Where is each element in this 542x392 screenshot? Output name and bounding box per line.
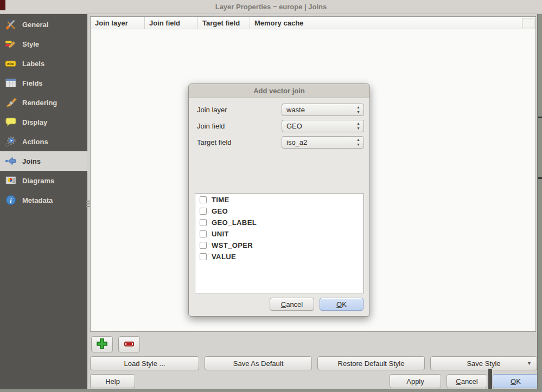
screen-corner-artifact xyxy=(0,0,5,10)
sidebar-item-diagrams[interactable]: Diagrams xyxy=(0,171,87,190)
sidebar-item-label: Actions xyxy=(22,138,48,146)
load-style-label: Load Style ... xyxy=(124,359,165,368)
field-label: GEO_LABEL xyxy=(212,219,257,227)
dialog-cancel-button[interactable]: Cancel xyxy=(270,298,314,311)
save-style-label: Save Style xyxy=(467,359,500,368)
svg-text:abc: abc xyxy=(7,61,14,66)
target-field-label: Target field xyxy=(197,136,232,149)
help-label: Help xyxy=(105,377,120,385)
sidebar-item-label: Metadata xyxy=(22,196,53,204)
save-style-button[interactable]: Save Style ▼ xyxy=(430,356,537,370)
column-header-target-field[interactable]: Target field xyxy=(198,17,250,29)
field-label: TIME xyxy=(212,196,229,204)
sidebar-item-rendering[interactable]: Rendering xyxy=(0,93,87,112)
list-item-unit[interactable]: UNIT xyxy=(195,228,364,240)
column-header-memory-cache[interactable]: Memory cache xyxy=(250,17,535,29)
apply-button[interactable]: Apply xyxy=(390,374,441,388)
list-item-wst-oper[interactable]: WST_OPER xyxy=(195,240,364,251)
add-join-button[interactable] xyxy=(91,336,113,352)
paintbrush-icon xyxy=(4,96,17,109)
sidebar-item-display[interactable]: Display xyxy=(0,112,87,132)
window-title: Layer Properties ~ europe | Joins xyxy=(215,3,327,11)
checkbox-unchecked-icon[interactable] xyxy=(200,230,207,237)
sidebar-item-label: General xyxy=(22,21,48,29)
field-label: UNIT xyxy=(212,230,229,238)
sidebar-item-label: Labels xyxy=(22,60,44,68)
ok-label: OK xyxy=(511,377,521,385)
restore-default-style-label: Restore Default Style xyxy=(338,359,405,368)
checkbox-unchecked-icon[interactable] xyxy=(200,219,207,226)
dialog-ok-label: OK xyxy=(336,300,347,309)
field-label: VALUE xyxy=(212,253,236,261)
remove-join-button[interactable] xyxy=(118,336,140,352)
spinner-arrows-icon[interactable]: ▲▼ xyxy=(356,105,360,114)
dialog-title: Add vector join xyxy=(253,87,305,95)
edge-tick xyxy=(538,117,542,118)
abc-label-icon: abc xyxy=(4,57,17,70)
join-field-combobox[interactable]: GEO ▲▼ xyxy=(282,120,364,132)
checkbox-unchecked-icon[interactable] xyxy=(200,196,207,203)
checkbox-unchecked-icon[interactable] xyxy=(200,208,207,215)
minus-icon xyxy=(123,337,136,352)
ok-button[interactable]: OK xyxy=(493,374,539,388)
restore-default-style-button[interactable]: Restore Default Style xyxy=(317,356,425,370)
column-header-join-field[interactable]: Join field xyxy=(145,17,198,29)
join-layer-combobox[interactable]: waste ▲▼ xyxy=(282,104,364,116)
list-item-value[interactable]: VALUE xyxy=(195,251,364,262)
cancel-label: Cancel xyxy=(456,377,477,385)
field-label: WST_OPER xyxy=(212,241,253,249)
add-vector-join-dialog: Add vector join Join layer waste ▲▼ Join… xyxy=(188,83,370,317)
sidebar-item-label: Fields xyxy=(22,79,43,87)
sidebar-item-label: Display xyxy=(22,118,47,126)
tools-icon xyxy=(4,18,17,31)
target-field-value: iso_a2 xyxy=(286,138,307,146)
diagram-icon xyxy=(4,174,17,187)
edge-tick xyxy=(538,177,542,179)
field-label: GEO xyxy=(212,207,228,215)
cancel-button[interactable]: Cancel xyxy=(447,374,487,388)
screen-bottom-edge xyxy=(0,389,542,392)
dialog-titlebar[interactable]: Add vector join xyxy=(189,84,369,98)
style-brush-icon xyxy=(4,37,17,50)
sidebar-item-metadata[interactable]: i Metadata xyxy=(0,190,87,210)
load-style-button[interactable]: Load Style ... xyxy=(90,356,199,370)
sidebar-item-actions[interactable]: Actions xyxy=(0,132,87,151)
sidebar: General Style abc Labels xyxy=(0,14,87,389)
save-as-default-button[interactable]: Save As Default xyxy=(205,356,312,370)
sidebar-item-general[interactable]: General xyxy=(0,15,87,34)
save-as-default-label: Save As Default xyxy=(233,359,284,368)
checkbox-unchecked-icon[interactable] xyxy=(200,253,207,260)
joins-table-header: Join layer Join field Target field Memor… xyxy=(91,17,535,29)
list-item-geo[interactable]: GEO xyxy=(195,205,364,217)
join-layer-label: Join layer xyxy=(197,104,227,116)
target-field-combobox[interactable]: iso_a2 ▲▼ xyxy=(282,136,364,149)
join-field-value: GEO xyxy=(286,122,302,130)
sidebar-item-label: Rendering xyxy=(22,99,57,107)
speech-bubble-icon xyxy=(4,115,17,128)
apply-label: Apply xyxy=(406,377,424,385)
sidebar-item-label: Style xyxy=(22,40,39,48)
info-icon: i xyxy=(4,194,17,207)
sidebar-item-joins[interactable]: Joins xyxy=(0,151,87,171)
chevron-down-icon[interactable]: ▼ xyxy=(527,361,532,366)
dialog-ok-button[interactable]: OK xyxy=(320,298,364,311)
sidebar-item-labels[interactable]: abc Labels xyxy=(0,54,87,73)
gears-icon xyxy=(4,135,17,148)
layer-properties-window: Layer Properties ~ europe | Joins Genera… xyxy=(0,0,542,392)
sidebar-item-fields[interactable]: Fields xyxy=(0,73,87,93)
checkbox-unchecked-icon[interactable] xyxy=(200,242,207,249)
join-layer-value: waste xyxy=(286,106,305,114)
spinner-arrows-icon[interactable]: ▲▼ xyxy=(356,121,360,131)
sidebar-item-style[interactable]: Style xyxy=(0,34,87,54)
list-item-time[interactable]: TIME xyxy=(195,194,364,205)
list-item-geo-label[interactable]: GEO_LABEL xyxy=(195,217,364,228)
table-scroll-corner xyxy=(522,18,534,28)
sidebar-item-label: Joins xyxy=(22,157,41,165)
window-titlebar[interactable]: Layer Properties ~ europe | Joins xyxy=(0,0,542,14)
help-button[interactable]: Help xyxy=(90,374,135,388)
column-header-join-layer[interactable]: Join layer xyxy=(91,17,145,29)
spinner-arrows-icon[interactable]: ▲▼ xyxy=(356,137,360,147)
joined-fields-list[interactable]: TIME GEO GEO_LABEL UNIT WST_OPER VALUE xyxy=(195,194,364,293)
table-icon xyxy=(4,76,17,89)
sidebar-item-label: Diagrams xyxy=(22,177,54,185)
